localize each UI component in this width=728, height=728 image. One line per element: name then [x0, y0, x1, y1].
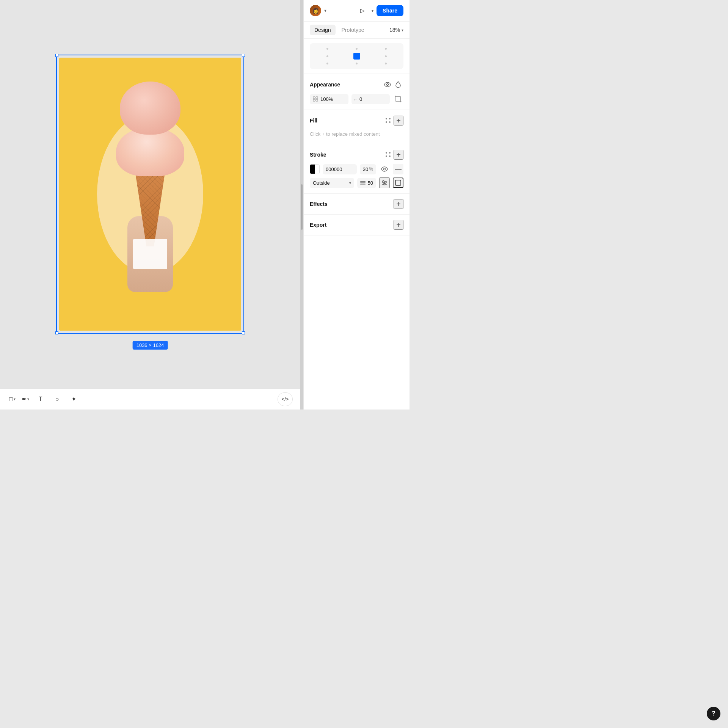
svg-point-5 — [384, 168, 386, 170]
avatar[interactable]: 👩 — [310, 5, 321, 16]
stroke-eye-icon — [381, 166, 388, 172]
handle-top-left[interactable] — [55, 54, 58, 57]
shape-tool[interactable]: ○ — [50, 392, 64, 406]
minus-icon: — — [395, 165, 402, 173]
appearance-droplet-btn[interactable] — [393, 79, 403, 90]
stroke-hex-input[interactable]: 000000 — [323, 164, 357, 174]
svg-point-0 — [387, 84, 389, 86]
pen-tool[interactable]: ✒ ▾ — [20, 392, 31, 406]
appearance-row: 100% ⌐ 0 — [310, 94, 403, 104]
svg-point-12 — [383, 180, 384, 182]
crop-icon — [395, 96, 402, 102]
stroke-position-value: Outside — [313, 180, 330, 186]
effects-add-btn[interactable]: + — [394, 199, 403, 209]
stroke-dots-btn[interactable] — [383, 149, 394, 160]
dropdown-chevron-icon: ▾ — [349, 181, 351, 185]
stroke-position-dropdown[interactable]: Outside ▾ — [310, 178, 354, 188]
svg-point-14 — [383, 184, 385, 185]
eye-icon — [384, 82, 391, 87]
shape-icon: ○ — [55, 396, 59, 403]
svg-rect-3 — [313, 99, 315, 101]
pen-icon: ✒ — [22, 395, 27, 403]
stroke-pct-symbol: % — [369, 166, 373, 172]
rectangle-icon: □ — [9, 396, 13, 403]
zoom-value: 18% — [389, 27, 400, 33]
stroke-color-row: 000000 30 % — — [310, 164, 403, 174]
stroke-weight-icon — [360, 181, 366, 185]
effects-title: Effects — [310, 201, 394, 207]
appearance-eye-btn[interactable] — [382, 79, 393, 90]
svg-rect-1 — [313, 97, 315, 99]
stroke-weight-field[interactable]: 50 — [357, 178, 376, 188]
color-half-black — [310, 165, 319, 174]
tab-prototype[interactable]: Prototype — [337, 25, 369, 35]
handle-bottom-right[interactable] — [242, 331, 245, 334]
text-tool[interactable]: T — [34, 392, 47, 406]
align-dot-center[interactable] — [353, 53, 360, 60]
dimension-label: 1036 × 1624 — [133, 341, 168, 350]
align-dot-bl[interactable] — [326, 63, 328, 64]
stroke-opacity-input[interactable]: 30 % — [360, 164, 376, 174]
ai-icon: ✦ — [71, 395, 76, 403]
frame-image — [59, 58, 241, 331]
fill-dots-btn[interactable] — [383, 115, 394, 126]
align-dot-mr[interactable] — [385, 55, 387, 57]
svg-rect-6 — [360, 181, 366, 182]
stroke-eye-btn[interactable] — [379, 164, 390, 174]
zoom-control[interactable]: 18% ▾ — [389, 27, 403, 33]
align-dot-ml[interactable] — [326, 55, 328, 57]
share-button[interactable]: Share — [377, 5, 403, 16]
stroke-style-btn[interactable] — [393, 177, 403, 188]
corner-radius-field[interactable]: ⌐ 0 — [351, 94, 390, 104]
scroll-divider — [300, 0, 303, 410]
fill-add-btn[interactable]: + — [394, 116, 403, 126]
align-dot-tr[interactable] — [385, 48, 387, 50]
zoom-chevron-icon: ▾ — [402, 28, 403, 32]
panel-content: Appearance — [304, 39, 410, 410]
export-section: Export + — [304, 215, 410, 235]
align-dot-tc[interactable] — [356, 48, 358, 50]
corner-icon: ⌐ — [355, 96, 358, 102]
tab-design[interactable]: Design — [310, 25, 336, 35]
svg-rect-8 — [360, 184, 366, 185]
appearance-section: Appearance — [304, 74, 410, 110]
stroke-add-btn[interactable]: + — [394, 150, 403, 160]
canvas-frame[interactable]: 1036 × 1624 — [59, 58, 241, 331]
align-dot-tl[interactable] — [326, 48, 328, 50]
stroke-title: Stroke — [310, 152, 383, 158]
align-grid — [310, 43, 403, 69]
effects-section: Effects + — [304, 194, 410, 215]
align-section — [304, 39, 410, 74]
rectangle-chevron: ▾ — [14, 397, 16, 401]
handle-top-right[interactable] — [242, 54, 245, 57]
svg-point-13 — [384, 182, 386, 184]
export-add-btn[interactable]: + — [394, 220, 403, 230]
scroll-thumb[interactable] — [301, 184, 303, 230]
effects-row: Effects + — [310, 199, 403, 209]
crop-btn[interactable] — [393, 94, 403, 104]
svg-rect-7 — [360, 182, 366, 184]
play-button[interactable]: ▷ — [356, 5, 369, 17]
align-dot-bc[interactable] — [356, 63, 358, 64]
play-chevron-icon[interactable]: ▾ — [372, 9, 373, 13]
code-toggle[interactable]: </> — [278, 392, 293, 406]
svg-rect-2 — [316, 97, 318, 99]
stroke-section: Stroke + 000000 30 % — [304, 144, 410, 194]
pen-chevron: ▾ — [27, 397, 29, 401]
export-title: Export — [310, 222, 394, 228]
align-dot-br[interactable] — [385, 63, 387, 64]
appearance-header: Appearance — [310, 79, 403, 90]
wrapper-paper — [133, 239, 167, 269]
rectangle-tool[interactable]: □ ▾ — [8, 392, 17, 406]
avatar-chevron-icon[interactable]: ▾ — [324, 8, 326, 13]
ai-tool[interactable]: ✦ — [67, 392, 81, 406]
handle-bottom-left[interactable] — [55, 331, 58, 334]
opacity-field[interactable]: 100% — [310, 94, 348, 104]
stroke-remove-btn[interactable]: — — [393, 164, 403, 174]
svg-rect-4 — [316, 99, 318, 101]
fill-section: Fill + Click + to replace mixed content — [304, 110, 410, 144]
stroke-color-preview[interactable] — [310, 164, 320, 174]
stroke-weight-value: 50 — [368, 180, 373, 186]
stroke-advanced-btn[interactable] — [379, 177, 390, 188]
stroke-options-icon — [386, 152, 391, 157]
